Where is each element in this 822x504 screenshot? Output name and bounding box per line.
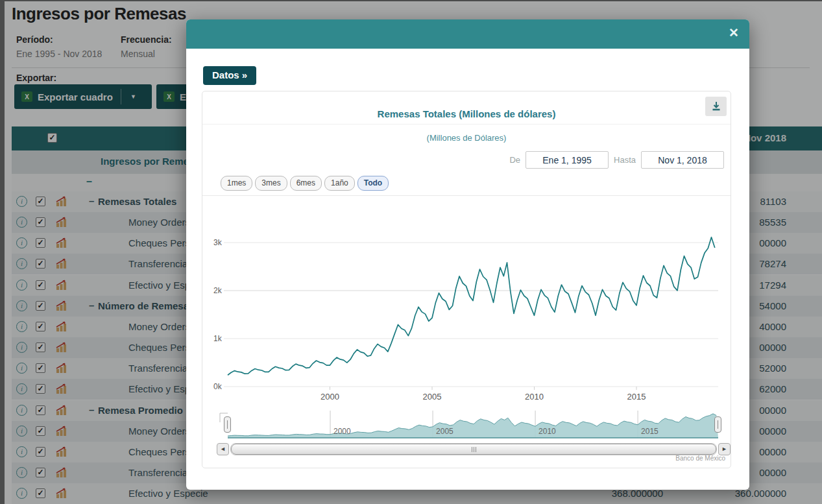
svg-text:2010: 2010	[525, 392, 544, 402]
range-button-todo[interactable]: Todo	[357, 176, 389, 191]
to-date-input[interactable]	[641, 151, 724, 169]
svg-text:3k: 3k	[213, 238, 223, 247]
to-label: Hasta	[614, 155, 636, 165]
navigator-scrollbar: ◄ ►	[217, 443, 731, 455]
from-label: De	[509, 155, 520, 165]
svg-text:2010: 2010	[538, 427, 556, 436]
svg-text:2015: 2015	[627, 392, 646, 402]
svg-text:1k: 1k	[213, 334, 223, 343]
svg-text:2005: 2005	[423, 392, 442, 402]
range-button-6mes[interactable]: 6mes	[290, 176, 322, 191]
chart-title: Remesas Totales (Millones de dólares)	[202, 108, 731, 119]
scroll-left-arrow-icon[interactable]: ◄	[217, 443, 229, 455]
navigator-left-handle[interactable]	[224, 416, 231, 433]
from-date-input[interactable]	[526, 151, 609, 169]
svg-text:2015: 2015	[641, 427, 659, 436]
navigator-area-chart[interactable]: 2000200520102015	[211, 408, 723, 442]
svg-text:2000: 2000	[333, 427, 351, 436]
date-range-controls: De Hasta	[509, 151, 724, 169]
range-button-1año[interactable]: 1año	[324, 176, 355, 191]
range-button-1mes[interactable]: 1mes	[221, 176, 252, 191]
datos-button[interactable]: Datos »	[203, 66, 256, 85]
remittances-line-chart: 0k1k2k3k2000200520102015	[211, 198, 723, 403]
scrollbar-thumb[interactable]	[231, 444, 716, 455]
range-button-3mes[interactable]: 3mes	[255, 176, 287, 191]
navigator-right-handle[interactable]	[714, 416, 721, 433]
close-icon[interactable]: ✕	[729, 25, 739, 40]
chart-credit: Banco de México	[675, 455, 725, 462]
scroll-right-arrow-icon[interactable]: ►	[718, 443, 731, 455]
chart-subtitle: (Millones de Dólares)	[202, 133, 731, 143]
divider	[202, 195, 731, 196]
chart-modal: ✕ Datos » Remesas Totales (Millones de d…	[186, 19, 749, 490]
svg-text:2000: 2000	[320, 392, 339, 402]
range-selector: 1mes3mes6mes1añoTodo	[221, 176, 389, 191]
svg-text:2k: 2k	[213, 286, 223, 295]
chart-card: Remesas Totales (Millones de dólares) (M…	[202, 91, 731, 468]
banxico-remesas-page: Ingresos por Remesas Período: Ene 1995 -…	[0, 0, 822, 504]
divider	[202, 124, 731, 125]
modal-header: ✕	[186, 19, 749, 49]
scrollbar-track[interactable]	[230, 443, 717, 455]
svg-text:2005: 2005	[436, 427, 453, 436]
svg-text:0k: 0k	[213, 382, 223, 391]
